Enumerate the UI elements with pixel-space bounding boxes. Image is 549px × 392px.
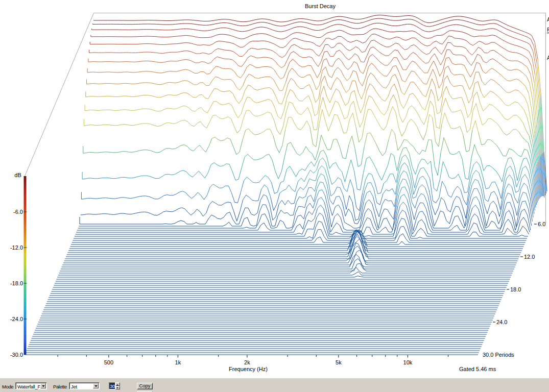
- svg-text:10k: 10k: [403, 359, 413, 365]
- svg-text:5k: 5k: [336, 359, 342, 365]
- svg-text:A: A: [547, 16, 549, 22]
- svg-text:F: F: [547, 27, 549, 33]
- svg-text:-6.0: -6.0: [13, 209, 23, 215]
- svg-text:-12.0: -12.0: [10, 244, 23, 251]
- svg-text:Frequency (Hz): Frequency (Hz): [229, 366, 268, 372]
- svg-text:-24.0: -24.0: [10, 316, 23, 322]
- svg-text:Gated 5.46 ms: Gated 5.46 ms: [459, 366, 496, 372]
- svg-text:Burst Decay: Burst Decay: [305, 3, 336, 9]
- svg-text:24.0: 24.0: [496, 319, 507, 325]
- svg-text:-18.0: -18.0: [10, 280, 23, 286]
- svg-text:A: A: [547, 55, 549, 61]
- svg-text:1k: 1k: [175, 359, 181, 365]
- svg-text:18.0: 18.0: [510, 286, 521, 292]
- svg-text:500: 500: [104, 359, 113, 365]
- svg-text:dB: dB: [14, 172, 21, 178]
- svg-text:30.0 Periods: 30.0 Periods: [483, 352, 514, 358]
- svg-text:6.0: 6.0: [538, 221, 545, 227]
- svg-text:-30.0: -30.0: [10, 352, 23, 358]
- svg-text:12.0: 12.0: [524, 254, 535, 260]
- svg-text:2k: 2k: [244, 359, 250, 365]
